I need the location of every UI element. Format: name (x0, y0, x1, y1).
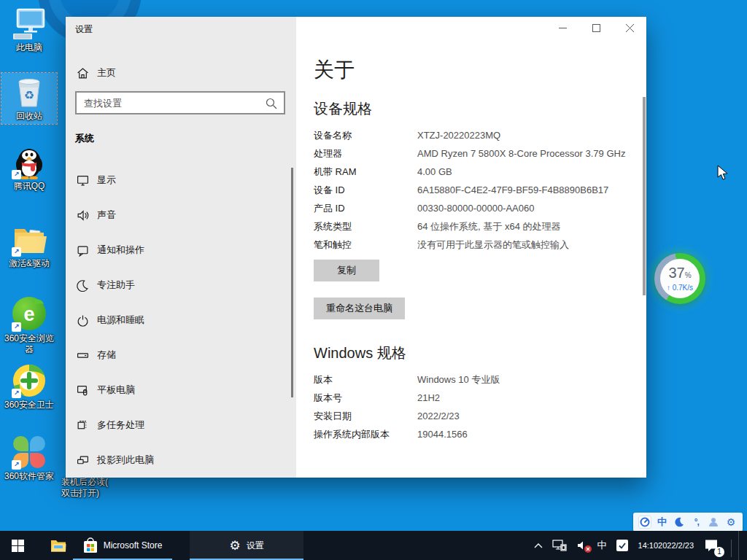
sidebar-item-storage[interactable]: 存储 (66, 341, 296, 370)
show-desktop-button[interactable] (738, 531, 743, 560)
sidebar-item-multitasking[interactable]: 多任务处理 (66, 411, 296, 440)
sidebar-section-header: 系统 (75, 132, 94, 145)
upload-arrow-icon: ↑ (667, 284, 670, 292)
desktop-icon-360-software-manager[interactable]: ↗ 360软件管家 (1, 433, 57, 484)
spec-row-processor: 处理器 AMD Ryzen 7 5800X 8-Core Processor 3… (314, 147, 646, 160)
ime-user-icon[interactable] (707, 514, 720, 530)
close-button[interactable] (613, 17, 646, 39)
shortcut-arrow-icon: ↗ (12, 389, 21, 398)
search-input[interactable] (77, 93, 284, 113)
settings-main-pane: 关于 设备规格 设备名称 XTZJ-20220223MQ 处理器 AMD Ryz… (296, 17, 646, 478)
desktop: 此电脑 ♻ 回收站 (0, 0, 747, 560)
sidebar-scrollbar[interactable] (291, 168, 293, 397)
ime-logo-icon[interactable] (638, 514, 651, 530)
tray-overflow-chevron[interactable] (532, 531, 545, 560)
spec-row-install-date: 安装日期 2022/2/23 (314, 410, 646, 422)
main-scrollbar[interactable] (643, 97, 646, 295)
minimize-button[interactable] (546, 17, 579, 39)
copy-button[interactable]: 复制 (314, 260, 379, 281)
settings-search-box (75, 91, 285, 114)
notification-count-badge: 1 (714, 547, 724, 557)
spec-row-edition: 版本 Windows 10 专业版 (314, 373, 646, 386)
settings-gear-icon: ⚙ (229, 540, 240, 552)
desktop-icon-label: 360软件管家 (1, 471, 57, 482)
taskbar: Microsoft Store ⚙ 设置 (0, 531, 747, 560)
rename-pc-button[interactable]: 重命名这台电脑 (314, 298, 405, 319)
sidebar-item-project[interactable]: 投影到此电脑 (66, 446, 296, 475)
file-explorer-button[interactable] (42, 531, 74, 560)
notifications-icon (75, 243, 90, 257)
360-software-manager-icon: ↗ (12, 435, 47, 470)
volume-muted-icon[interactable] (574, 531, 590, 560)
device-spec-section-title: 设备规格 (314, 100, 646, 117)
sidebar-item-focus-assist[interactable]: 专注助手 (66, 271, 296, 300)
recycle-bin-icon: ♻ (12, 74, 47, 109)
sidebar-item-notifications[interactable]: 通知和操作 (66, 236, 296, 265)
spec-row-pen-touch: 笔和触控 没有可用于此显示器的笔或触控输入 (314, 238, 646, 251)
storage-icon (75, 348, 90, 362)
ime-fullwidth-moon-icon[interactable] (673, 514, 686, 530)
folder-icon: ↗ (12, 222, 47, 257)
taskbar-app-label: Microsoft Store (104, 540, 163, 551)
maximize-button[interactable] (579, 17, 613, 39)
spec-row-device-name: 设备名称 XTZJ-20220223MQ (314, 129, 646, 141)
shortcut-arrow-icon: ↗ (12, 170, 21, 179)
spec-row-device-id: 设备 ID 6A15880F-C4E2-47F9-BF59-F4B8890B6B… (314, 184, 646, 196)
system-tray: 中 14:10 2022/2/23 1 (532, 531, 743, 560)
action-center-button[interactable]: 1 (702, 531, 724, 560)
clock-date: 2022/2/23 (658, 540, 694, 551)
desktop-icon-recycle-bin[interactable]: ♻ 回收站 (1, 73, 57, 124)
ime-settings-gear-icon[interactable]: ⚙ (724, 514, 738, 530)
desktop-icon-this-pc[interactable]: 此电脑 (1, 4, 57, 55)
ime-language-mode[interactable]: 中 (655, 514, 668, 530)
project-icon (75, 453, 90, 467)
spec-row-version: 版本号 21H2 (314, 392, 646, 404)
taskbar-clock[interactable]: 14:10 2022/2/23 (635, 531, 697, 560)
desktop-icon-tencent-qq[interactable]: ↗ 腾讯QQ (1, 143, 57, 194)
window-title: 设置 (75, 23, 93, 36)
desktop-icon-label: 腾讯QQ (1, 181, 57, 192)
desktop-icon-activation-drivers[interactable]: ↗ 激活&驱动 (1, 220, 57, 271)
page-title: 关于 (314, 58, 646, 82)
search-icon[interactable] (265, 97, 278, 113)
clock-time: 14:10 (638, 540, 659, 551)
360-safeguard-icon: ↗ (12, 363, 47, 398)
microsoft-store-icon (83, 537, 98, 553)
tablet-icon (75, 383, 90, 397)
sidebar-item-power-sleep[interactable]: 电源和睡眠 (66, 306, 296, 335)
multitasking-icon (75, 418, 90, 432)
windows-logo-icon (12, 540, 24, 552)
desktop-icon-360-browser[interactable]: e ↗ 360安全浏览器 (1, 295, 57, 357)
sidebar-item-sound[interactable]: 声音 (66, 201, 296, 230)
desktop-icon-label: 360安全卫士 (1, 400, 57, 411)
sidebar-item-tablet[interactable]: 平板电脑 (66, 376, 296, 405)
shortcut-arrow-icon: ↗ (12, 460, 21, 470)
taskbar-app-settings[interactable]: ⚙ 设置 (190, 531, 303, 560)
desktop-icon-360-safeguard[interactable]: ↗ 360安全卫士 (1, 362, 57, 413)
mouse-cursor (717, 165, 729, 184)
spec-row-ram: 机带 RAM 4.00 GB (314, 166, 646, 178)
qq-penguin-icon: ↗ (12, 144, 47, 179)
start-button[interactable] (0, 531, 35, 560)
focus-assist-icon (75, 278, 90, 292)
network-icon[interactable] (550, 531, 569, 560)
shortcut-arrow-icon: ↗ (12, 247, 21, 257)
spec-row-system-type: 系统类型 64 位操作系统, 基于 x64 的处理器 (314, 220, 646, 233)
sidebar-item-display[interactable]: 显示 (66, 166, 296, 195)
desktop-icon-label: 激活&驱动 (1, 258, 57, 269)
svg-text:e: e (23, 303, 34, 325)
shortcut-arrow-icon: ↗ (12, 322, 21, 332)
folder-icon (50, 539, 66, 552)
taskbar-app-microsoft-store[interactable]: Microsoft Store (73, 531, 172, 560)
360-speed-ball[interactable]: 37% ↑ 0.7K/s (654, 253, 705, 304)
tray-ime-indicator[interactable]: 中 (595, 531, 609, 560)
tray-360-icon[interactable] (614, 531, 630, 560)
spec-row-product-id: 产品 ID 00330-80000-00000-AA060 (314, 202, 646, 214)
settings-sidebar: 设置 主页 系统 (66, 17, 296, 478)
sidebar-item-home[interactable]: 主页 (66, 61, 296, 85)
display-icon (75, 173, 90, 187)
ime-punctuation-toggle[interactable]: °, (690, 514, 703, 530)
svg-text:♻: ♻ (24, 89, 34, 101)
windows-spec-section-title: Windows 规格 (314, 344, 646, 362)
desktop-icon-label: 360安全浏览器 (1, 333, 57, 355)
